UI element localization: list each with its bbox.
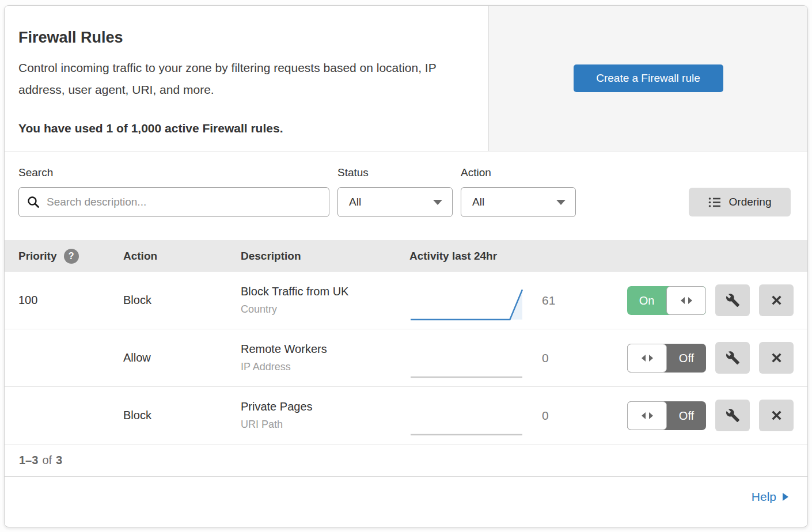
status-label: Status [337,166,453,179]
rule-enabled-toggle[interactable]: Off [627,344,706,373]
rule-match-type: IP Address [241,361,409,373]
rule-match-type: URI Path [241,419,409,431]
page-title: Firewall Rules [18,29,460,47]
triangle-right-icon [688,297,692,304]
activity-count: 0 [542,351,549,365]
priority-header-label: Priority [18,250,57,263]
search-icon [27,196,40,208]
wrench-icon [726,408,740,423]
toggle-state-label: Off [667,401,706,430]
action-label: Action [461,166,576,179]
triangle-right-icon [649,355,653,362]
page-header: Firewall Rules Control incoming traffic … [5,6,807,151]
delete-rule-button[interactable] [759,342,794,374]
rule-action: Block [123,409,241,422]
toggle-state-label: On [627,286,666,315]
rule-action: Block [123,294,241,307]
header-text-block: Firewall Rules Control incoming traffic … [5,6,488,151]
rule-controls: Off [627,342,794,374]
table-row: 100 Block Block Traffic from UK Country … [5,272,807,329]
pagination-of: of [42,454,52,467]
rule-description-cell: Private Pages URI Path [241,400,409,431]
rule-description: Remote Workers [241,343,409,356]
search-label: Search [18,166,329,179]
edit-rule-button[interactable] [715,400,750,431]
rule-activity-cell: 0 [409,394,627,438]
activity-count: 61 [542,294,555,307]
toggle-handle [627,401,667,430]
rule-description-cell: Remote Workers IP Address [241,343,409,373]
status-filter-group: Status All [337,166,453,217]
help-link[interactable]: Help [752,490,788,504]
help-footer: Help [5,477,807,517]
toggle-handle [627,344,667,373]
close-icon [771,352,783,364]
close-icon [771,294,783,306]
action-selected-value: All [472,196,484,208]
pagination-range: 1–3 [19,454,38,467]
activity-sparkline [409,343,525,380]
create-firewall-rule-button[interactable]: Create a Firewall rule [574,64,723,92]
delete-rule-button[interactable] [759,400,794,431]
page-description: Control incoming traffic to your zone by… [18,57,460,101]
rule-controls: On [627,284,794,316]
triangle-left-icon [642,412,646,419]
ordering-button[interactable]: Ordering [689,188,791,216]
activity-sparkline [409,401,525,438]
edit-rule-button[interactable] [715,342,750,374]
chevron-down-icon [433,200,442,205]
pagination-bar: 1–3 of 3 [5,444,807,477]
firewall-rules-card: Firewall Rules Control incoming traffic … [4,5,808,527]
action-select[interactable]: All [461,187,576,217]
rule-controls: Off [627,400,794,431]
wrench-icon [726,351,740,365]
close-icon [771,409,783,421]
table-header: Priority ? Action Description Activity l… [5,240,807,272]
wrench-icon [726,293,740,307]
search-filter-group: Search [18,166,329,217]
triangle-left-icon [642,355,646,362]
column-header-action: Action [123,250,241,263]
list-icon [708,197,722,208]
rule-enabled-toggle[interactable]: Off [627,401,706,430]
table-row: Block Private Pages URI Path 0 Off [5,387,807,444]
chevron-down-icon [556,200,566,205]
rule-activity-cell: 61 [409,279,627,322]
table-row: Allow Remote Workers IP Address 0 Off [5,329,807,387]
rule-enabled-toggle[interactable]: On [627,286,706,315]
column-header-activity: Activity last 24hr [409,250,794,263]
rule-activity-cell: 0 [409,336,627,380]
priority-help-icon[interactable]: ? [64,249,79,264]
status-selected-value: All [349,196,361,208]
delete-rule-button[interactable] [759,284,794,316]
rule-priority: 100 [18,294,123,307]
usage-summary: You have used 1 of 1,000 active Firewall… [18,121,460,135]
rule-description: Block Traffic from UK [241,285,409,298]
column-header-description: Description [241,250,409,263]
action-filter-group: Action All [461,166,576,217]
activity-sparkline [409,286,525,322]
toggle-handle [666,286,706,315]
rule-description: Private Pages [241,400,409,413]
activity-count: 0 [542,409,549,423]
pagination-total: 3 [56,454,62,467]
status-select[interactable]: All [337,187,453,217]
arrow-right-icon [783,493,788,501]
search-input[interactable] [45,195,321,209]
filter-bar: Search Status All Action All [5,151,807,240]
ordering-button-label: Ordering [729,196,772,208]
search-box[interactable] [18,187,329,217]
edit-rule-button[interactable] [715,284,750,316]
column-header-priority: Priority ? [18,249,123,264]
help-link-label: Help [752,490,776,504]
rule-description-cell: Block Traffic from UK Country [241,285,409,316]
rule-match-type: Country [241,303,409,316]
toggle-state-label: Off [667,344,706,373]
rule-action: Allow [123,351,241,364]
triangle-left-icon [681,297,685,304]
header-action-panel: Create a Firewall rule [488,6,807,151]
triangle-right-icon [649,412,653,419]
